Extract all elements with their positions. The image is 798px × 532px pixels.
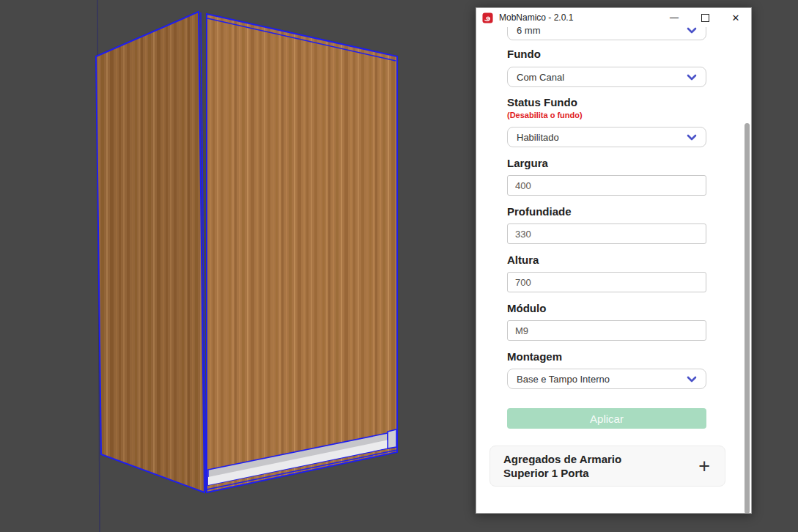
close-icon: ✕: [732, 12, 740, 23]
minimize-icon: —: [670, 12, 679, 23]
form-panel: 6 mm Fundo Com Canal Status Fundo (Desab…: [476, 27, 751, 513]
scrollbar-thumb[interactable]: [745, 123, 750, 513]
altura-input[interactable]: [507, 272, 706, 292]
largura-input[interactable]: [507, 175, 706, 196]
add-icon[interactable]: +: [698, 457, 710, 476]
chevron-down-icon: [687, 27, 697, 34]
montagem-label: Montagem: [507, 350, 706, 363]
cabinet-bottom-profile-endcap[interactable]: [388, 429, 396, 448]
cabinet-left-face-shade: [96, 12, 204, 492]
modulo-label: Módulo: [507, 301, 706, 315]
minimize-button[interactable]: —: [659, 8, 690, 27]
altura-label: Altura: [507, 253, 706, 267]
fundo-select-value: Com Canal: [517, 72, 687, 83]
apply-button[interactable]: Aplicar: [507, 408, 706, 429]
maximize-button[interactable]: [690, 8, 720, 27]
espessura-select[interactable]: 6 mm: [507, 27, 706, 40]
agregados-section[interactable]: Agregados de Armario Superior 1 Porta +: [489, 446, 725, 487]
mobnamico-window: MobNamico - 2.0.1 — ✕ 6 mm Fundo Com Can…: [476, 7, 752, 514]
profundidade-label: Profundiade: [507, 204, 706, 218]
status-fundo-select-value: Habilitado: [517, 132, 687, 143]
chevron-down-icon: [687, 134, 697, 141]
agregados-title: Agregados de Armario Superior 1 Porta: [503, 452, 665, 480]
close-button[interactable]: ✕: [720, 8, 751, 27]
chevron-down-icon: [687, 376, 697, 383]
largura-label: Largura: [507, 156, 706, 170]
profundidade-input[interactable]: [507, 223, 706, 244]
app-logo-icon: [482, 12, 493, 23]
titlebar[interactable]: MobNamico - 2.0.1 — ✕: [476, 8, 751, 27]
window-controls: — ✕: [659, 8, 751, 27]
status-fundo-label: Status Fundo: [507, 95, 706, 109]
modulo-input[interactable]: [507, 320, 706, 341]
fundo-label: Fundo: [507, 47, 706, 61]
montagem-select[interactable]: Base e Tampo Interno: [507, 369, 706, 389]
maximize-icon: [701, 14, 709, 22]
montagem-select-value: Base e Tampo Interno: [517, 374, 687, 385]
espessura-select-value: 6 mm: [517, 27, 687, 36]
status-fundo-note: (Desabilita o fundo): [507, 111, 706, 120]
status-fundo-select[interactable]: Habilitado: [507, 127, 706, 147]
chevron-down-icon: [687, 74, 697, 81]
cabinet-front-face-tint: [207, 14, 397, 492]
fundo-select[interactable]: Com Canal: [507, 67, 706, 87]
window-title: MobNamico - 2.0.1: [499, 12, 573, 23]
